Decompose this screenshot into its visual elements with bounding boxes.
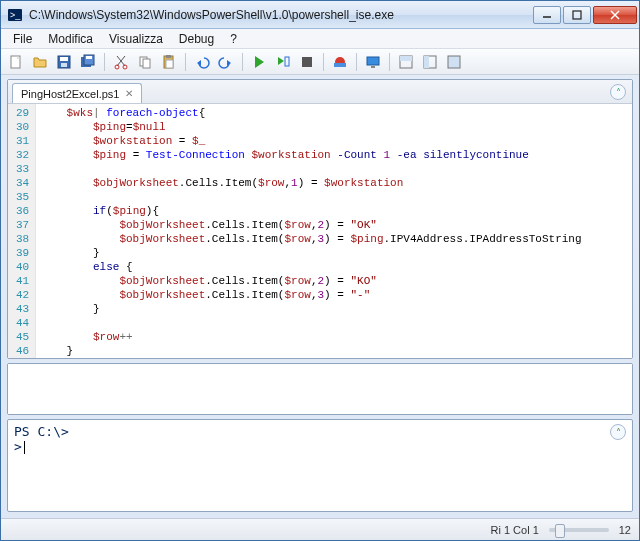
client-area: PingHost2Excel.ps1 ✕ ˄ 29303132333435363… — [1, 75, 639, 518]
redo-button[interactable] — [215, 51, 237, 73]
separator — [242, 53, 243, 71]
remote-button[interactable] — [362, 51, 384, 73]
menu-help[interactable]: ? — [224, 30, 243, 48]
toolbar — [1, 49, 639, 75]
menu-view[interactable]: Visualizza — [103, 30, 169, 48]
zoom-slider[interactable] — [549, 528, 609, 532]
svg-rect-13 — [86, 56, 92, 59]
run-selection-button[interactable] — [272, 51, 294, 73]
separator — [185, 53, 186, 71]
menu-edit[interactable]: Modifica — [42, 30, 99, 48]
svg-rect-26 — [302, 57, 312, 67]
stop-button[interactable] — [296, 51, 318, 73]
line-gutter: 29303132333435363738394041424344454647 — [8, 104, 36, 358]
console-prompt: PS C:\> — [14, 424, 626, 439]
svg-rect-17 — [143, 59, 150, 68]
svg-text:>_: >_ — [10, 10, 21, 20]
svg-rect-30 — [371, 66, 375, 68]
svg-rect-10 — [61, 63, 67, 67]
menu-debug[interactable]: Debug — [173, 30, 220, 48]
svg-rect-9 — [60, 57, 68, 61]
console-input-line[interactable]: > — [14, 439, 626, 454]
svg-rect-32 — [400, 56, 412, 61]
console-content[interactable]: ˄ PS C:\> > — [8, 420, 632, 511]
window-controls — [531, 6, 637, 24]
zoom-value: 12 — [619, 524, 631, 536]
save-button[interactable] — [53, 51, 75, 73]
tab-close-icon[interactable]: ✕ — [125, 88, 133, 99]
separator — [323, 53, 324, 71]
svg-rect-20 — [166, 60, 173, 68]
separator — [104, 53, 105, 71]
svg-rect-28 — [334, 63, 346, 67]
svg-marker-24 — [278, 57, 284, 65]
breakpoint-button[interactable] — [329, 51, 351, 73]
console-pane: ˄ PS C:\> > — [7, 419, 633, 512]
new-button[interactable] — [5, 51, 27, 73]
maximize-button[interactable] — [563, 6, 591, 24]
cut-button[interactable] — [110, 51, 132, 73]
svg-rect-19 — [166, 55, 171, 58]
minimize-button[interactable] — [533, 6, 561, 24]
run-button[interactable] — [248, 51, 270, 73]
open-button[interactable] — [29, 51, 51, 73]
status-bar: Ri 1 Col 1 12 — [1, 518, 639, 540]
code-content[interactable]: $wks| foreach-object{ $ping=$null $works… — [36, 104, 585, 358]
app-icon: >_ — [7, 7, 23, 23]
svg-rect-35 — [448, 56, 460, 68]
layout-script-top-button[interactable] — [395, 51, 417, 73]
window: >_ C:\Windows\System32\WindowsPowerShell… — [0, 0, 640, 541]
save-all-button[interactable] — [77, 51, 99, 73]
layout-full-button[interactable] — [443, 51, 465, 73]
expand-console-button[interactable]: ˄ — [610, 424, 626, 440]
svg-rect-34 — [424, 56, 429, 68]
undo-button[interactable] — [191, 51, 213, 73]
layout-side-button[interactable] — [419, 51, 441, 73]
cursor-position: Ri 1 Col 1 — [490, 524, 538, 536]
tab-label: PingHost2Excel.ps1 — [21, 88, 119, 100]
svg-rect-3 — [573, 11, 581, 19]
output-pane — [7, 363, 633, 415]
chevron-up-icon: ˄ — [616, 427, 621, 438]
editor-pane: PingHost2Excel.ps1 ✕ ˄ 29303132333435363… — [7, 79, 633, 359]
svg-rect-25 — [285, 57, 289, 66]
menu-file[interactable]: File — [7, 30, 38, 48]
separator — [356, 53, 357, 71]
paste-button[interactable] — [158, 51, 180, 73]
tab-strip: PingHost2Excel.ps1 ✕ ˄ — [8, 80, 632, 104]
svg-marker-23 — [255, 56, 264, 68]
copy-button[interactable] — [134, 51, 156, 73]
separator — [389, 53, 390, 71]
chevron-up-icon: ˄ — [616, 87, 621, 98]
code-editor[interactable]: 29303132333435363738394041424344454647 $… — [8, 104, 632, 358]
close-button[interactable] — [593, 6, 637, 24]
window-title: C:\Windows\System32\WindowsPowerShell\v1… — [29, 8, 531, 22]
collapse-editor-button[interactable]: ˄ — [610, 84, 626, 100]
svg-rect-29 — [367, 57, 379, 65]
tab-file[interactable]: PingHost2Excel.ps1 ✕ — [12, 83, 142, 103]
text-caret — [24, 441, 25, 454]
menubar: File Modifica Visualizza Debug ? — [1, 29, 639, 49]
titlebar: >_ C:\Windows\System32\WindowsPowerShell… — [1, 1, 639, 29]
output-content[interactable] — [8, 364, 632, 414]
